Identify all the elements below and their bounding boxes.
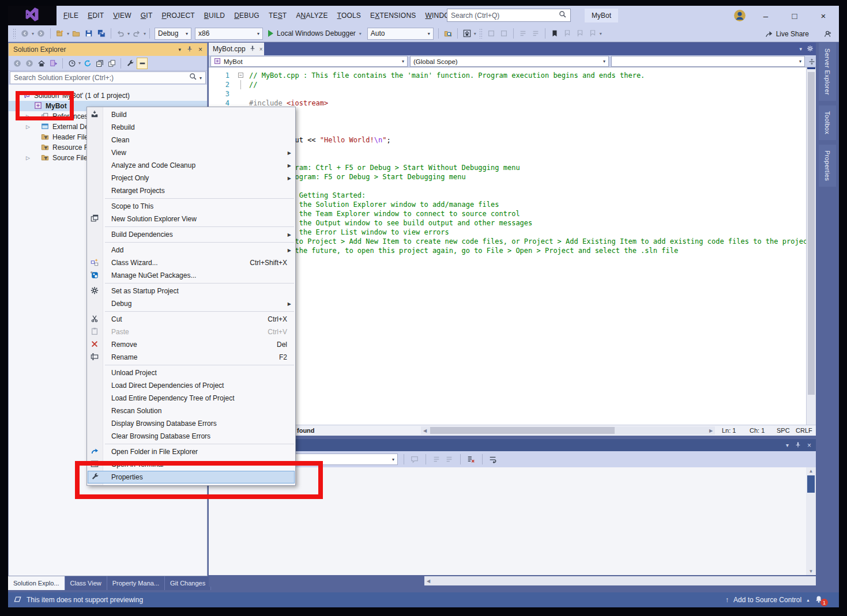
context-menu-item-manage-nuget-packages[interactable]: Manage NuGet Packages... <box>87 269 295 282</box>
tool-window-tab-class-view[interactable]: Class View <box>65 576 107 590</box>
menubar-item-extensions[interactable]: EXTENSIONS <box>366 12 420 20</box>
previous-message-icon[interactable] <box>432 455 442 464</box>
close-tab-icon[interactable]: × <box>259 46 263 52</box>
navigate-forward-icon[interactable] <box>35 28 47 39</box>
pending-changes-filter-icon[interactable] <box>66 58 77 69</box>
window-position-dropdown-icon[interactable]: ▾ <box>786 442 789 448</box>
back-icon[interactable] <box>12 58 22 69</box>
context-menu-item-remove[interactable]: RemoveDel <box>87 338 295 351</box>
uncomment-icon[interactable] <box>498 28 510 39</box>
expand-chevron-icon[interactable]: ▷ <box>26 124 30 130</box>
menubar-item-test[interactable]: TEST <box>264 12 291 20</box>
collapse-all-icon[interactable] <box>94 58 105 69</box>
solution-search-input[interactable]: Search Solution Explorer (Ctrl+;) ▾ <box>10 71 206 84</box>
code-editor[interactable]: 1−// MyBot.cpp : This file contains the … <box>209 67 806 425</box>
previous-bookmark-icon[interactable] <box>562 28 573 39</box>
add-to-source-control-button[interactable]: Add to Source Control <box>733 596 801 604</box>
menubar-item-analyze[interactable]: ANALYZE <box>291 12 332 20</box>
solution-configurations-dropdown[interactable]: Debug▾ <box>155 28 191 40</box>
menubar-item-view[interactable]: VIEW <box>108 12 135 20</box>
new-project-dropdown[interactable]: ▾ <box>67 31 69 36</box>
clear-bookmarks-icon[interactable] <box>587 28 598 39</box>
menubar-item-git[interactable]: GIT <box>136 12 157 20</box>
tool-window-tab-git-changes[interactable]: Git Changes <box>165 576 211 590</box>
gear-icon[interactable] <box>807 45 814 53</box>
navigate-back-icon[interactable] <box>19 28 31 39</box>
context-menu-item-clean[interactable]: Clean <box>87 134 295 146</box>
new-project-icon[interactable] <box>54 28 66 39</box>
home-icon[interactable] <box>461 28 473 39</box>
search-options-dropdown[interactable]: ▾ <box>199 75 202 81</box>
increase-indent-icon[interactable] <box>530 28 541 39</box>
document-list-dropdown-icon[interactable]: ▾ <box>799 46 802 52</box>
collapse-region-icon[interactable]: − <box>238 73 243 78</box>
output-vertical-scrollbar[interactable]: ▲ ▼ <box>806 467 816 575</box>
menubar-item-debug[interactable]: DEBUG <box>229 12 264 20</box>
type-scope-dropdown[interactable]: (Global Scope)▾ <box>410 56 609 67</box>
expand-chevron-icon[interactable]: ▷ <box>26 155 30 161</box>
show-all-files-icon[interactable] <box>106 58 117 69</box>
line-indicator[interactable]: Ln: 1 <box>722 427 736 434</box>
feedback-person-icon[interactable] <box>822 28 834 40</box>
context-menu-item-debug[interactable]: Debug▶ <box>87 297 295 310</box>
right-tab-server-explorer[interactable]: Server Explorer <box>819 43 836 101</box>
open-file-icon[interactable] <box>70 28 82 39</box>
user-avatar-icon[interactable] <box>733 9 746 22</box>
context-menu-item-clear-browsing-database-errors[interactable]: Clear Browsing Database Errors <box>87 430 295 443</box>
maximize-button[interactable]: □ <box>782 6 807 25</box>
save-all-icon[interactable] <box>96 28 107 39</box>
editor-vertical-scrollbar[interactable] <box>806 67 816 425</box>
source-control-dropdown-icon[interactable]: ▲ <box>806 598 810 602</box>
menubar-item-edit[interactable]: EDIT <box>83 12 108 20</box>
column-indicator[interactable]: Ch: 1 <box>750 427 765 434</box>
line-ending-indicator[interactable]: CRLF <box>796 427 812 434</box>
scrollbar-thumb[interactable] <box>808 72 815 395</box>
pin-icon[interactable] <box>186 46 193 54</box>
minimize-button[interactable]: – <box>753 6 778 25</box>
context-menu-item-open-folder-in-file-explorer[interactable]: Open Folder in File Explorer <box>87 445 295 458</box>
next-bookmark-icon[interactable] <box>574 28 586 39</box>
close-panel-icon[interactable]: × <box>198 46 202 54</box>
context-menu-item-analyze-and-code-cleanup[interactable]: Analyze and Code Cleanup▶ <box>87 159 295 172</box>
solution-platforms-dropdown[interactable]: x86▾ <box>195 28 263 40</box>
quick-search-box[interactable]: Search (Ctrl+Q) <box>447 9 571 22</box>
properties-wrench-icon[interactable] <box>125 58 135 69</box>
forward-icon[interactable] <box>24 58 35 69</box>
window-position-dropdown-icon[interactable]: ▾ <box>178 47 181 52</box>
context-menu-item-class-wizard[interactable]: Class Wizard...Ctrl+Shift+X <box>87 256 295 269</box>
decrease-indent-icon[interactable] <box>517 28 529 39</box>
split-window-button[interactable] <box>808 57 815 67</box>
context-menu-item-rename[interactable]: RenameF2 <box>87 351 295 364</box>
undo-icon[interactable] <box>115 28 126 39</box>
menubar-item-project[interactable]: PROJECT <box>157 12 199 20</box>
document-tab-mybot-cpp[interactable]: MyBot.cpp × <box>209 43 264 55</box>
context-menu-item-build-dependencies[interactable]: Build Dependencies▶ <box>87 228 295 241</box>
context-menu-item-new-solution-explorer-view[interactable]: New Solution Explorer View <box>87 213 295 225</box>
output-horizontal-scrollbar[interactable]: ◀ <box>424 576 816 585</box>
home-icon[interactable] <box>36 58 47 69</box>
preview-selected-items-toggle[interactable] <box>137 58 148 69</box>
context-menu-item-set-as-startup-project[interactable]: Set as Startup Project <box>87 285 295 297</box>
pin-tab-icon[interactable] <box>249 45 256 53</box>
notification-bell-icon[interactable]: 1 <box>815 595 824 604</box>
project-scope-dropdown[interactable]: MyBot▾ <box>210 56 408 67</box>
context-menu-item-build[interactable]: Build <box>87 108 295 121</box>
menubar-item-tools[interactable]: TOOLS <box>333 12 366 20</box>
context-menu-item-view[interactable]: View▶ <box>87 146 295 159</box>
clear-all-output-icon[interactable] <box>467 455 476 464</box>
undo-dropdown[interactable]: ▾ <box>127 31 130 36</box>
editor-horizontal-scrollbar[interactable]: ◀ ▶ <box>421 426 715 434</box>
context-menu-item-project-only[interactable]: Project Only▶ <box>87 172 295 184</box>
find-message-icon[interactable] <box>411 455 420 464</box>
navigate-back-dropdown[interactable]: ▾ <box>32 31 34 36</box>
find-in-files-icon[interactable] <box>442 28 454 39</box>
toggle-bookmark-icon[interactable] <box>549 28 560 39</box>
redo-icon[interactable] <box>131 28 142 39</box>
toggle-word-wrap-icon[interactable] <box>489 455 498 464</box>
member-scope-dropdown[interactable]: ▾ <box>611 56 805 67</box>
context-menu-item-add[interactable]: Add▶ <box>87 244 295 256</box>
redo-dropdown[interactable]: ▾ <box>144 31 146 36</box>
scrollbar-thumb[interactable] <box>430 427 615 434</box>
menubar-item-build[interactable]: BUILD <box>199 12 229 20</box>
context-menu-item-rebuild[interactable]: Rebuild <box>87 121 295 134</box>
